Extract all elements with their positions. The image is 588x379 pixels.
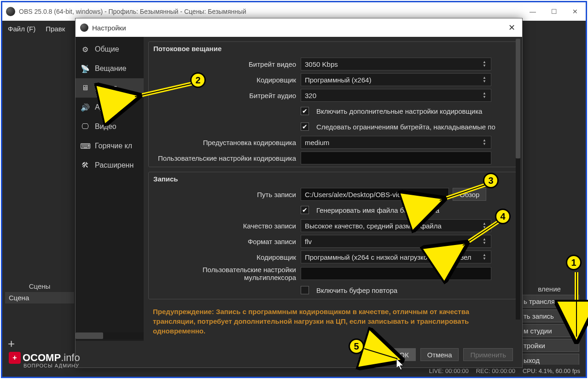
annotation-2: 2 bbox=[190, 72, 206, 88]
svg-line-1 bbox=[135, 83, 195, 97]
cursor-icon bbox=[396, 359, 406, 371]
annotation-1: 1 bbox=[566, 255, 582, 270]
advanced-encoder-checkbox[interactable] bbox=[301, 107, 309, 115]
warning-text: Предупреждение: Запись с программным код… bbox=[148, 304, 517, 336]
streaming-header: Потоковое вещание bbox=[149, 42, 516, 55]
tools-icon: 🛠 bbox=[80, 160, 90, 170]
rec-encoder-label: Кодировщик bbox=[149, 253, 301, 261]
scenes-header: Сцены bbox=[5, 280, 74, 292]
plus-icon: + bbox=[9, 352, 21, 364]
nospace-label: Генерировать имя файла без пробела bbox=[316, 206, 439, 214]
recording-path-input[interactable]: C:/Users/alex/Desktop/OBS-video bbox=[301, 188, 449, 201]
rec-encoder-select[interactable]: Программный (x264 с низкой нагрузкой на … bbox=[301, 251, 491, 263]
svg-line-7 bbox=[364, 349, 397, 359]
chevron-updown-icon: ▲▼ bbox=[483, 75, 489, 85]
annotation-arrow bbox=[435, 182, 490, 205]
chevron-updown-icon: ▲▼ bbox=[483, 252, 489, 262]
status-cpu: CPU: 4.1%, 60.00 fps bbox=[523, 367, 580, 374]
annotation-3: 3 bbox=[483, 173, 499, 188]
sidebar-item-general[interactable]: ⚙Общие bbox=[76, 40, 144, 59]
cancel-button[interactable]: Отмена bbox=[420, 348, 459, 361]
annotation-arrow bbox=[458, 219, 504, 251]
chevron-updown-icon: ▲▼ bbox=[483, 137, 489, 147]
video-bitrate-label: Битрейт видео bbox=[149, 60, 301, 68]
menu-edit[interactable]: Правк bbox=[46, 25, 65, 33]
status-rec: REC: 00:00:00 bbox=[476, 367, 515, 374]
svg-line-3 bbox=[440, 185, 486, 200]
monitor-arrow-icon: 🖥 bbox=[80, 83, 90, 93]
minimize-icon[interactable]: — bbox=[522, 2, 543, 21]
custom-encoder-input[interactable] bbox=[301, 152, 491, 164]
sidebar-item-stream[interactable]: 📡Вещание bbox=[76, 59, 144, 78]
dialog-close-icon[interactable]: ✕ bbox=[501, 23, 522, 33]
content-scrollbar[interactable] bbox=[516, 39, 520, 320]
watermark-logo: +OCOMP.info ВОПРОСЫ АДМИНУ bbox=[9, 352, 80, 368]
enforce-bitrate-label: Следовать ограничениям битрейта, наклады… bbox=[316, 123, 495, 131]
replay-buffer-label: Включить буфер повтора bbox=[316, 286, 397, 294]
preset-select[interactable]: medium▲▼ bbox=[301, 136, 491, 149]
apply-button[interactable]: Применить bbox=[463, 348, 513, 361]
quality-label: Качество записи bbox=[149, 222, 301, 230]
antenna-icon: 📡 bbox=[80, 64, 90, 74]
monitor-icon: 🖵 bbox=[80, 122, 90, 132]
scrollbar-thumb[interactable] bbox=[516, 39, 520, 158]
menu-file[interactable]: Файл (F) bbox=[8, 25, 35, 33]
speaker-icon: 🔊 bbox=[80, 102, 90, 112]
replay-buffer-checkbox[interactable] bbox=[301, 286, 309, 294]
close-icon[interactable]: ✕ bbox=[565, 2, 586, 21]
gear-icon: ⚙ bbox=[80, 44, 90, 54]
status-live: LIVE: 00:00:00 bbox=[429, 367, 469, 374]
custom-encoder-label: Пользовательские настройки кодировщика bbox=[149, 154, 301, 162]
enforce-bitrate-checkbox[interactable] bbox=[301, 122, 309, 131]
obs-icon bbox=[80, 23, 88, 32]
mux-label: Пользовательские настройки мультиплексор… bbox=[149, 266, 301, 281]
maximize-icon[interactable]: ☐ bbox=[543, 2, 565, 21]
annotation-4: 4 bbox=[495, 209, 511, 224]
scrollbar-thumb[interactable] bbox=[76, 332, 103, 339]
sidebar-item-video[interactable]: 🖵Видео bbox=[76, 117, 144, 136]
keyboard-icon: ⌨ bbox=[80, 141, 90, 151]
format-label: Формат записи bbox=[149, 238, 301, 245]
streaming-group: Потоковое вещание Битрейт видео3050 Kbps… bbox=[148, 41, 517, 167]
audio-bitrate-select[interactable]: 320▲▼ bbox=[301, 89, 491, 102]
sidebar-item-advanced[interactable]: 🛠Расширенн bbox=[76, 156, 144, 175]
chevron-updown-icon: ▲▼ bbox=[483, 90, 489, 100]
path-label: Путь записи bbox=[149, 191, 301, 198]
add-scene-icon[interactable]: + bbox=[8, 337, 15, 351]
dialog-title: Настройки bbox=[92, 24, 126, 32]
dialog-titlebar: Настройки ✕ bbox=[76, 18, 522, 37]
annotation-5: 5 bbox=[349, 338, 364, 354]
sidebar-scrollbar[interactable] bbox=[76, 332, 144, 339]
nospace-checkbox[interactable] bbox=[301, 206, 309, 214]
mux-input[interactable] bbox=[301, 267, 491, 280]
spin-arrows-icon[interactable]: ▲▼ bbox=[483, 59, 489, 69]
sidebar-item-hotkeys[interactable]: ⌨Горячие кл bbox=[76, 136, 144, 156]
video-bitrate-input[interactable]: 3050 Kbps▲▼ bbox=[301, 58, 491, 70]
scene-item[interactable]: Сцена bbox=[5, 292, 74, 303]
annotation-arrow bbox=[570, 269, 583, 343]
window-title: OBS 25.0.8 (64-bit, windows) - Профиль: … bbox=[19, 8, 246, 15]
scenes-panel: Сцены Сцена bbox=[5, 280, 74, 303]
advanced-encoder-label: Включить дополнительные настройки кодиро… bbox=[316, 107, 482, 115]
encoder-select[interactable]: Программный (x264)▲▼ bbox=[301, 73, 491, 86]
preset-label: Предустановка кодировщика bbox=[149, 139, 301, 146]
svg-line-5 bbox=[463, 222, 499, 245]
obs-icon bbox=[6, 7, 15, 16]
